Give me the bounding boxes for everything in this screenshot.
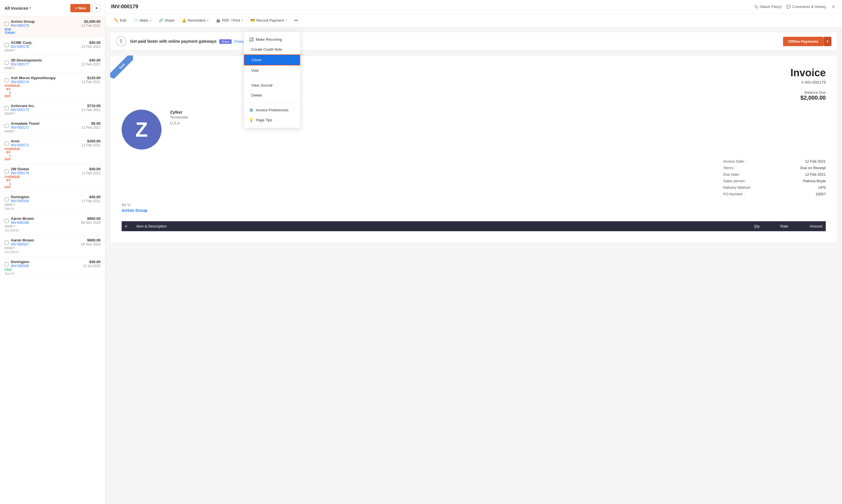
- comments-history-link[interactable]: 💬 Comments & History: [786, 4, 826, 9]
- item-inv[interactable]: INV-000168: [11, 221, 80, 225]
- item-status: PAID: [4, 268, 11, 271]
- close-button[interactable]: ×: [830, 3, 836, 10]
- new-button[interactable]: + New: [70, 4, 90, 12]
- dropdown-menu: 🔄 Make Recurring Create Credit Note Clon…: [244, 31, 301, 128]
- record-payment-button[interactable]: 💳 Record Payment ▾: [248, 17, 290, 24]
- item-amount: $900.00: [80, 238, 101, 242]
- col-item: Item & Description: [133, 221, 740, 231]
- actionbar: ✏️ Edit ✉️ Mails ▾ 🔗 Share 🔔 Reminders ▾…: [105, 14, 842, 27]
- sent-ribbon: Sent: [110, 55, 133, 78]
- item-name: Activcare Inc.: [11, 104, 80, 108]
- list-item[interactable]: ACME Corp. $40.00 INV-000178 12 Feb 2021…: [0, 38, 105, 55]
- item-inv[interactable]: INV-000166: [11, 264, 82, 268]
- item-checkbox[interactable]: [4, 219, 8, 223]
- item-checkbox[interactable]: [4, 106, 8, 110]
- list-item[interactable]: 3D Developments $40.00 INV-000177 12 Feb…: [0, 55, 105, 73]
- item-inv[interactable]: INV-000170: [11, 171, 80, 175]
- create-credit-note-item[interactable]: Create Credit Note: [244, 44, 300, 54]
- list-item[interactable]: Arrivis Group $2,000.00 INV-000179 12 Fe…: [0, 17, 105, 38]
- item-checkbox[interactable]: [4, 43, 8, 47]
- edit-label: Edit: [120, 18, 126, 22]
- delete-item[interactable]: Delete: [244, 90, 300, 100]
- list-item[interactable]: Activcare Inc. $710.00 INV-000173 11 Feb…: [0, 101, 105, 119]
- due-date-row: Due Date : 12 Feb 2021: [723, 171, 826, 178]
- pdf-label: PDF / Print: [222, 18, 240, 22]
- sent-label: Sent: [110, 55, 133, 78]
- clone-item[interactable]: Clone: [244, 54, 300, 66]
- item-name: Donington: [11, 260, 82, 264]
- item-inv[interactable]: INV-000174: [11, 80, 80, 84]
- make-recurring-item[interactable]: 🔄 Make Recurring: [244, 34, 300, 44]
- item-inv[interactable]: INV-000177: [11, 62, 80, 66]
- edit-icon: ✏️: [114, 18, 119, 22]
- item-date: 12 Feb 2021: [80, 24, 101, 28]
- balance-amount: $2,000.00: [790, 94, 826, 101]
- attach-files-link[interactable]: 📎 Attach File(s): [754, 4, 782, 9]
- list-item[interactable]: Donington $40.00 INV-000169 11 Feb 2021 …: [0, 192, 105, 214]
- item-checkbox[interactable]: [4, 78, 8, 82]
- invoice-preferences-item[interactable]: ⚙️ Invoice Preferences: [244, 105, 300, 115]
- sidebar-title-text: All Invoices: [4, 6, 28, 11]
- item-inv[interactable]: INV-000179: [11, 24, 80, 28]
- item-amount: $900.00: [80, 216, 101, 221]
- item-status: DRAFT: [4, 225, 11, 228]
- item-inv[interactable]: INV-000178: [11, 45, 80, 49]
- share-button[interactable]: 🔗 Share: [156, 17, 177, 24]
- view-journal-label: View Journal: [251, 83, 272, 87]
- menu-divider-2: [244, 103, 300, 103]
- sidebar-title[interactable]: All Invoices ▾: [4, 6, 31, 11]
- bell-icon: 🔔: [182, 18, 186, 22]
- item-checkbox[interactable]: [4, 197, 8, 201]
- view-journal-item[interactable]: View Journal: [244, 80, 300, 90]
- po-row: PO Number : 15057: [723, 191, 826, 197]
- item-amount: $120.00: [80, 76, 101, 80]
- offline-payments-dropdown-button[interactable]: ▾: [823, 37, 831, 46]
- pdf-icon: 🖨️: [216, 18, 220, 22]
- terms-label: Terms :: [723, 166, 740, 170]
- invoice-date-row: Invoice Date : 12 Feb 2021: [723, 158, 826, 165]
- po-label: PO Number :: [723, 192, 749, 196]
- item-checkbox[interactable]: [4, 124, 8, 128]
- gear-icon: ⚙️: [249, 108, 253, 112]
- offline-payments-button[interactable]: Offline Payments: [783, 37, 823, 46]
- list-item[interactable]: 2W Global $40.00 INV-000170 11 Feb 2021 …: [0, 164, 105, 192]
- reminders-button[interactable]: 🔔 Reminders ▾: [179, 17, 211, 24]
- list-item[interactable]: Donington $40.00 INV-000166 13 Jul 2020 …: [0, 257, 105, 278]
- mails-button[interactable]: ✉️ Mails ▾: [131, 17, 154, 24]
- list-item[interactable]: Aaron Brown $900.00 INV-000167 03 Nov 20…: [0, 235, 105, 257]
- chevron-down-icon: ▾: [29, 6, 31, 10]
- gateway-icon: $: [116, 36, 126, 47]
- col-amount: Amount: [792, 221, 826, 231]
- hamburger-icon: ≡: [95, 6, 98, 10]
- menu-button[interactable]: ≡: [93, 4, 101, 12]
- list-item[interactable]: Arun $200.00 INV-000171 11 Feb 2021 OVER…: [0, 136, 105, 164]
- item-status: DRAFT: [4, 66, 11, 70]
- edit-button[interactable]: ✏️ Edit: [111, 17, 129, 24]
- item-checkbox[interactable]: [4, 169, 8, 174]
- item-checkbox[interactable]: [4, 262, 8, 266]
- item-inv[interactable]: INV-000167: [11, 242, 80, 246]
- item-status: OVERDUE BY 1 DAY: [4, 147, 11, 161]
- list-item[interactable]: Armadale Travel $6.00 INV-000172 11 Feb …: [0, 119, 105, 136]
- item-checkbox[interactable]: [4, 142, 8, 145]
- gateway-text: Get paid faster with online payment gate…: [130, 39, 779, 43]
- item-checkbox[interactable]: [4, 240, 8, 245]
- gateway-banner-text: Get paid faster with online payment gate…: [130, 39, 216, 43]
- make-recurring-label: Make Recurring: [256, 37, 282, 41]
- more-options-button[interactable]: •••: [291, 17, 301, 24]
- attach-label: Attach File(s): [760, 4, 782, 9]
- item-inv[interactable]: INV-000173: [11, 108, 80, 112]
- mails-label: Mails: [140, 18, 148, 22]
- invoice-date-value: 12 Feb 2021: [805, 159, 826, 163]
- item-inv[interactable]: INV-000171: [11, 143, 80, 147]
- pdf-print-button[interactable]: 🖨️ PDF / Print ▾: [213, 17, 246, 24]
- item-checkbox[interactable]: [4, 22, 8, 26]
- item-checkbox[interactable]: [4, 61, 8, 65]
- item-inv[interactable]: INV-000172: [11, 126, 80, 129]
- list-item[interactable]: Ash Morse Hypnotherapy $120.00 INV-00017…: [0, 73, 105, 101]
- item-inv[interactable]: INV-000169: [11, 199, 80, 203]
- list-item[interactable]: Aaron Brown $900.00 INV-000168 06 Nov 20…: [0, 214, 105, 235]
- void-item[interactable]: Void: [244, 66, 300, 75]
- page-tips-item[interactable]: 💡 Page Tips: [244, 115, 300, 125]
- bill-to-name[interactable]: Arrivis Group: [122, 208, 826, 213]
